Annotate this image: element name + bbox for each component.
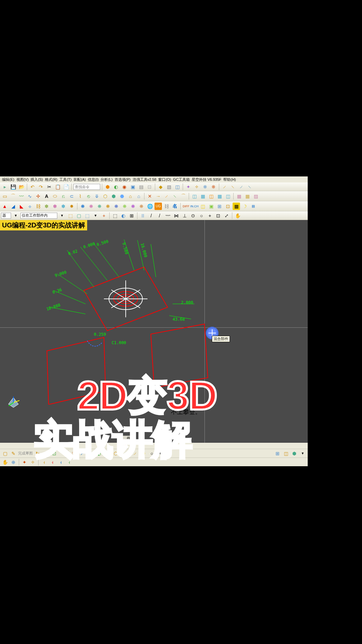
- curve-icon[interactable]: 〰: [18, 193, 25, 200]
- tool-icon[interactable]: ◆: [157, 183, 164, 191]
- layer-icon[interactable]: ◫: [224, 193, 232, 200]
- menu-gc-toolbox[interactable]: GC工具箱: [172, 177, 190, 182]
- plugin-icon[interactable]: ❋: [129, 203, 137, 210]
- tool-icon[interactable]: ▧: [165, 183, 173, 191]
- chevron-down-icon[interactable]: ▼: [299, 450, 306, 457]
- layer-icon[interactable]: ▦: [216, 193, 223, 200]
- plugin-icon[interactable]: ❋: [121, 203, 128, 210]
- plugin-icon[interactable]: ◢: [9, 203, 17, 210]
- layer-icon[interactable]: ◫: [191, 193, 198, 200]
- tool-icon[interactable]: ▤: [137, 183, 145, 191]
- plugin-icon[interactable]: ▲: [1, 203, 8, 210]
- snap-point-icon[interactable]: ⊡: [215, 212, 222, 219]
- menu-insert[interactable]: 插入(S): [30, 177, 44, 182]
- tool-icon[interactable]: ⌒: [180, 193, 187, 200]
- tool-icon[interactable]: ⟋: [221, 183, 228, 191]
- render-icon[interactable]: ▣: [207, 203, 215, 210]
- plugin-icon[interactable]: ◣: [18, 203, 25, 210]
- snap-icon[interactable]: ⤢: [223, 212, 230, 219]
- new-file-icon[interactable]: ▸: [1, 183, 8, 191]
- tool-icon[interactable]: ⟍: [171, 193, 179, 200]
- plugin-icon[interactable]: ✽: [43, 203, 50, 210]
- moon-icon[interactable]: ☽: [241, 203, 248, 210]
- tool-icon[interactable]: ◉: [121, 183, 128, 191]
- tool-icon[interactable]: ◐: [112, 183, 120, 191]
- plugin-icon[interactable]: UG: [155, 203, 162, 210]
- sel-icon[interactable]: ▢: [75, 212, 82, 219]
- snap-quad-icon[interactable]: ○: [198, 212, 205, 219]
- bridge-icon[interactable]: ⌇: [76, 193, 84, 200]
- menu-plugin-hq[interactable]: 浩强工具v2.58: [132, 177, 157, 182]
- view-icon[interactable]: ✦: [21, 459, 28, 466]
- sel-icon[interactable]: +: [100, 212, 108, 219]
- tool-icon[interactable]: ⌂: [135, 193, 142, 200]
- undo-icon[interactable]: ↶: [29, 183, 36, 191]
- diff-icon[interactable]: DIFF: [182, 203, 190, 210]
- helix-icon[interactable]: ⎌: [60, 193, 67, 200]
- menu-edit[interactable]: 编辑(E): [1, 177, 15, 182]
- plugin-icon[interactable]: ❋: [87, 203, 95, 210]
- assembly-icon[interactable]: ◫: [282, 450, 290, 457]
- tool-icon[interactable]: ⎋: [85, 193, 92, 200]
- tool-icon[interactable]: ⬢: [104, 183, 111, 191]
- redo-icon[interactable]: ↷: [37, 183, 45, 191]
- rotate-icon[interactable]: ⊕: [10, 459, 17, 466]
- plugin-icon[interactable]: ❋: [138, 203, 145, 210]
- snap-intersect-icon[interactable]: ⋈: [173, 212, 180, 219]
- assembly-icon[interactable]: ⬢: [291, 450, 298, 457]
- plugin-icon[interactable]: ✽: [51, 203, 59, 210]
- snap-face-icon[interactable]: ◐: [120, 212, 127, 219]
- tool-icon[interactable]: ※: [201, 183, 209, 191]
- dropdown-arrow-icon[interactable]: ▼: [58, 212, 66, 219]
- snap-grid-icon[interactable]: ⊞: [128, 212, 135, 219]
- tool-icon[interactable]: ⟋: [238, 183, 245, 191]
- calc-icon[interactable]: ▦: [233, 203, 240, 210]
- n64-icon[interactable]: ▤: [249, 203, 257, 210]
- offset-icon[interactable]: ⊂: [68, 193, 75, 200]
- tool-icon[interactable]: ✦: [185, 183, 192, 191]
- finish-sketch-icon[interactable]: ✎: [10, 450, 17, 457]
- layer-icon[interactable]: ▦: [199, 193, 206, 200]
- save-icon[interactable]: 💾: [9, 183, 17, 191]
- ellipse-icon[interactable]: ⬭: [51, 193, 59, 200]
- chain-icon[interactable]: ⛓: [35, 203, 42, 210]
- menu-plugin-xk[interactable]: 星空外挂 V6.935F: [191, 177, 222, 182]
- sel-icon[interactable]: ⬚: [83, 212, 91, 219]
- snap-mid-icon[interactable]: /: [156, 212, 163, 219]
- plugin-icon[interactable]: ❋: [79, 203, 86, 210]
- snap-center-icon[interactable]: ⊙: [189, 212, 197, 219]
- filter-scope-dropdown[interactable]: 仅在工作部件内: [20, 213, 57, 219]
- chain-icon[interactable]: ⛓: [163, 203, 170, 210]
- text-icon[interactable]: A: [43, 193, 50, 200]
- menu-format[interactable]: 格式(R): [44, 177, 58, 182]
- menu-info[interactable]: 信息(I): [87, 177, 99, 182]
- tool-icon[interactable]: ⌂: [127, 193, 134, 200]
- layers-icon[interactable]: ◫: [199, 203, 206, 210]
- tool-icon[interactable]: ⟍: [246, 183, 253, 191]
- tool-icon[interactable]: ⟋: [163, 193, 170, 200]
- mesh-icon[interactable]: ▦: [244, 193, 251, 200]
- dropdown-arrow-icon[interactable]: ▼: [12, 212, 19, 219]
- snap-curve-icon[interactable]: 〰: [164, 212, 172, 219]
- sel-icon[interactable]: ⬚: [67, 212, 74, 219]
- menu-view[interactable]: 视图(V): [16, 177, 29, 182]
- menu-analysis[interactable]: 分析(L): [100, 177, 113, 182]
- tool-icon[interactable]: ⊡: [146, 183, 153, 191]
- mesh-icon[interactable]: ▨: [252, 193, 259, 200]
- globe-icon[interactable]: 🌐: [146, 203, 154, 210]
- assembly-icon[interactable]: ⊞: [274, 450, 281, 457]
- hand-icon[interactable]: ✋: [234, 212, 241, 219]
- menu-window[interactable]: 窗口(O): [158, 177, 172, 182]
- chevron-down-icon[interactable]: ▼: [92, 212, 99, 219]
- plugin-icon[interactable]: ❋: [113, 203, 120, 210]
- tool-icon[interactable]: ⬢: [110, 193, 117, 200]
- dna-icon[interactable]: ⟐: [26, 203, 34, 210]
- mesh-icon[interactable]: ▦: [235, 193, 243, 200]
- point-icon[interactable]: ✢: [35, 193, 42, 200]
- cut-icon[interactable]: ✂: [46, 183, 53, 191]
- inch-icon[interactable]: IN.CH: [191, 203, 198, 210]
- name-icon[interactable]: 名: [171, 203, 179, 210]
- extend-icon[interactable]: →: [155, 193, 162, 200]
- tool-icon[interactable]: ⬡: [102, 193, 109, 200]
- project-icon[interactable]: ⤋: [93, 193, 101, 200]
